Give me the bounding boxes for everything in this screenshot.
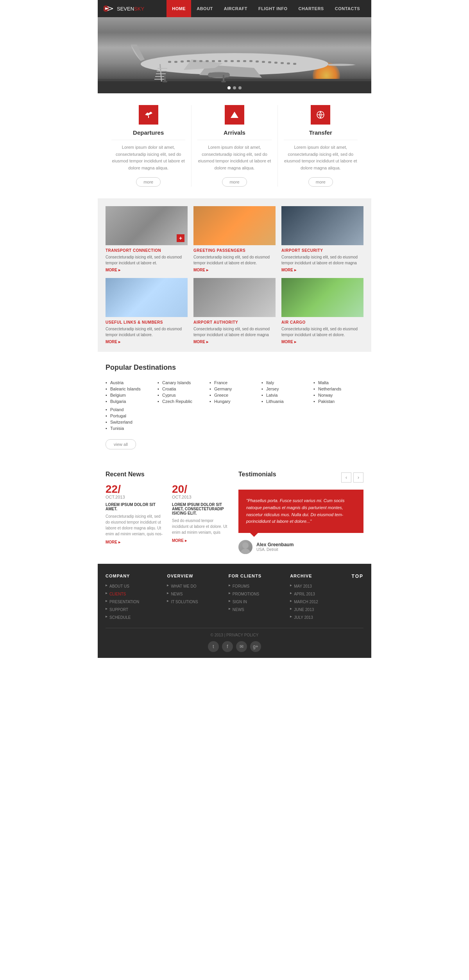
footer-company: COMPANY ABOUT US CLIENTS PRESENTATION SU…: [106, 574, 159, 622]
footer: COMPANY ABOUT US CLIENTS PRESENTATION SU…: [98, 564, 371, 658]
social-gplus[interactable]: g+: [250, 641, 261, 652]
footer-presentation-link[interactable]: PRESENTATION: [106, 600, 139, 604]
footer-top-link[interactable]: TOP: [352, 574, 363, 579]
dest-czech[interactable]: Czech Republic: [158, 398, 208, 404]
footer-jul2013-link[interactable]: JULY 2013: [290, 615, 313, 620]
nav-charters[interactable]: CHARTERS: [293, 0, 329, 17]
news-day-1: 22/: [106, 484, 164, 495]
hero-dot-1[interactable]: [227, 86, 231, 89]
footer-forums-link[interactable]: FORUMS: [229, 584, 249, 588]
dest-col-1: Austria Balearic Islands Belgium Bulgari…: [106, 380, 156, 404]
dest-croatia[interactable]: Croatia: [158, 386, 208, 392]
card-title-security: AIRPORT SECURITY: [281, 248, 363, 253]
social-facebook[interactable]: f: [222, 641, 233, 652]
dest-france[interactable]: France: [209, 380, 260, 386]
dest-balearic[interactable]: Balearic Islands: [106, 386, 156, 392]
dest-greece[interactable]: Greece: [209, 392, 260, 398]
hero-dots: [227, 86, 242, 89]
testimonials-next[interactable]: ›: [353, 472, 363, 483]
nav-items: HOME ABOUT AIRCRAFT FLIGHT INFO CHARTERS…: [166, 0, 365, 17]
news-month-2: OCT.2013: [172, 495, 231, 499]
footer-itsolutions-link[interactable]: IT SOLUTIONS: [167, 600, 198, 604]
transfer-title: Transfer: [284, 129, 358, 136]
footer-grid: COMPANY ABOUT US CLIENTS PRESENTATION SU…: [106, 574, 363, 622]
dest-latvia[interactable]: Latvia: [261, 392, 311, 398]
news-cards-section: + TRANSPORT CONNECTION Consecteturadip i…: [98, 198, 371, 352]
testimonials-section: Testimonials ‹ › "Phasellus porta. Fusce…: [238, 471, 363, 554]
arrivals-btn[interactable]: more: [222, 177, 247, 187]
news-heading: Recent News: [106, 471, 231, 478]
social-email[interactable]: ✉: [236, 641, 247, 652]
dest-bulgaria[interactable]: Bulgaria: [106, 398, 156, 404]
hero-dot-2[interactable]: [233, 86, 236, 89]
view-all-button[interactable]: view all: [106, 439, 136, 449]
card-transport: + TRANSPORT CONNECTION Consecteturadip i…: [106, 206, 188, 272]
dest-lithuania[interactable]: Lithuania: [261, 398, 311, 404]
dest-belgium[interactable]: Belgium: [106, 392, 156, 398]
dest-jersey[interactable]: Jersey: [261, 386, 311, 392]
card-desc-cargo: Consecteturadip isicing elit, sed do eiu…: [281, 326, 363, 338]
footer-jun2013-link[interactable]: JUNE 2013: [290, 608, 314, 612]
dest-portugal[interactable]: Portugal: [106, 413, 156, 419]
card-more-security[interactable]: MORE: [281, 268, 363, 272]
hero-dot-3[interactable]: [238, 86, 242, 89]
card-more-cargo[interactable]: MORE: [281, 340, 363, 344]
card-more-useful[interactable]: MORE: [106, 340, 188, 344]
footer-mar2012-link[interactable]: MARCH 2012: [290, 600, 318, 604]
transfer-divider: [284, 140, 358, 140]
dest-netherlands[interactable]: Netherlands: [313, 386, 363, 392]
footer-overview: OVERVIEW WHAT WE DO NEWS IT SOLUTIONS: [167, 574, 220, 622]
dest-canary[interactable]: Canary Islands: [158, 380, 208, 386]
news-more-2[interactable]: MORE: [172, 538, 231, 543]
footer-clients-link[interactable]: CLIENTS: [106, 592, 126, 596]
dest-switzerland[interactable]: Switzerland: [106, 419, 156, 425]
card-more-greeting[interactable]: MORE: [193, 268, 276, 272]
departures-icon: [139, 105, 158, 125]
footer-apr2013-link[interactable]: APRIL 2013: [290, 592, 315, 596]
logo-sky: SKY: [134, 6, 144, 12]
footer-signin-link[interactable]: SIGN IN: [229, 600, 247, 604]
dest-italy[interactable]: Italy: [261, 380, 311, 386]
dest-malta[interactable]: Malta: [313, 380, 363, 386]
dest-poland[interactable]: Poland: [106, 406, 156, 413]
footer-support: SUPPORT: [106, 606, 159, 612]
social-twitter[interactable]: t: [208, 641, 219, 652]
card-more-transport[interactable]: MORE: [106, 268, 188, 272]
card-useful: USEFUL LINKS & NUMBERS Consecteturadip i…: [106, 278, 188, 344]
footer-news-link[interactable]: NEWS: [167, 592, 183, 596]
footer-top[interactable]: TOP: [352, 574, 363, 622]
dest-hungary[interactable]: Hungary: [209, 398, 260, 404]
nav-about[interactable]: ABOUT: [191, 0, 218, 17]
news-more-1[interactable]: MORE: [106, 540, 164, 544]
card-img-greeting: [193, 206, 276, 245]
dest-pakistan[interactable]: Pakistan: [313, 398, 363, 404]
logo-icon: [104, 4, 115, 13]
dest-germany[interactable]: Germany: [209, 386, 260, 392]
dest-tunisia[interactable]: Tunisia: [106, 425, 156, 431]
footer-schedule-link[interactable]: SCHEDULE: [106, 615, 131, 620]
footer-about-link[interactable]: ABOUT US: [106, 584, 129, 588]
nav-aircraft[interactable]: AIRCRAFT: [218, 0, 253, 17]
logo-seven: SEVEN: [117, 6, 134, 12]
footer-clientnews-link[interactable]: NEWS: [229, 608, 244, 612]
nav-flight-info[interactable]: FLIGHT INFO: [253, 0, 293, 17]
dest-col-2: Canary Islands Croatia Cyprus Czech Repu…: [158, 380, 208, 404]
footer-archive-title: ARCHIVE: [290, 574, 344, 578]
footer-may2013-link[interactable]: MAY 2013: [290, 584, 312, 588]
dest-norway[interactable]: Norway: [313, 392, 363, 398]
transfer-btn[interactable]: more: [308, 177, 333, 187]
nav-contacts[interactable]: CONTACTS: [329, 0, 365, 17]
nav-home[interactable]: HOME: [166, 0, 191, 17]
testimonials-prev[interactable]: ‹: [341, 472, 351, 483]
card-title-cargo: AIR CARGO: [281, 320, 363, 324]
card-more-authority[interactable]: MORE: [193, 340, 276, 344]
footer-promotions-link[interactable]: PROMOTIONS: [229, 592, 259, 596]
dest-austria[interactable]: Austria: [106, 380, 156, 386]
footer-support-link[interactable]: SUPPORT: [106, 608, 128, 612]
dest-cyprus[interactable]: Cyprus: [158, 392, 208, 398]
departures-btn[interactable]: more: [136, 177, 161, 187]
news-item-1: 22/ OCT.2013 LOREM IPSUM DOLOR SIT AMET.…: [106, 484, 164, 544]
navbar: SEVENSKY HOME ABOUT AIRCRAFT FLIGHT INFO…: [98, 0, 371, 17]
author-info: Alex Greenbaum USA. Detroit: [256, 542, 294, 552]
footer-whatwedo-link[interactable]: WHAT WE DO: [167, 584, 196, 588]
